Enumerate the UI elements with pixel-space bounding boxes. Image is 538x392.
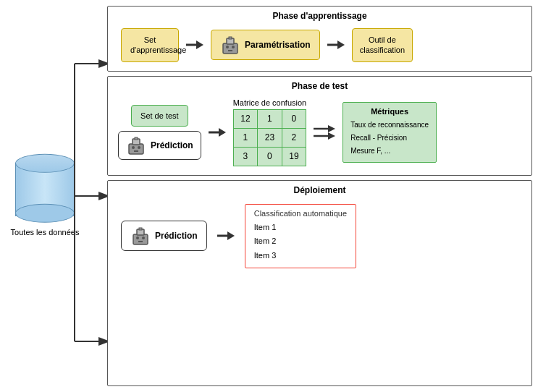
set-test-box: Set de test — [131, 105, 188, 127]
svg-rect-11 — [129, 144, 143, 154]
svg-point-24 — [142, 237, 145, 239]
database-icon — [15, 154, 75, 223]
robot-icon-test — [126, 135, 146, 155]
phase-apprentissage-box: Phase d'apprentissage Set d'apprentissag… — [107, 6, 532, 72]
metric-item: Taux de reconnaissance — [350, 119, 429, 132]
cylinder-bottom — [15, 204, 75, 223]
robot-icon-param — [220, 35, 240, 55]
confusion-matrix-title: Matrice de confusion — [233, 98, 307, 107]
confusion-cell: 19 — [282, 147, 306, 166]
deploy-item: Item 2 — [254, 234, 347, 249]
outil-classification-box: Outil de classification — [352, 28, 413, 62]
svg-point-23 — [136, 237, 139, 239]
svg-rect-5 — [223, 43, 238, 54]
parametrisation-box: Paramétrisation — [211, 30, 320, 60]
confusion-matrix-table: 121012323019 — [233, 109, 307, 166]
classification-items: Item 1Item 2Item 3 — [254, 221, 347, 263]
phase-apprentissage-title: Phase d'apprentissage — [114, 11, 526, 21]
confusion-cell: 2 — [282, 128, 306, 147]
parametrisation-label: Paramétrisation — [245, 40, 311, 50]
prediction-deploy-label: Prédiction — [155, 231, 198, 241]
confusion-cell: 1 — [258, 109, 282, 128]
svg-point-14 — [138, 146, 140, 149]
robot-icon-deploy — [130, 226, 151, 246]
metric-item: Recall - Précision — [350, 132, 429, 145]
confusion-cell: 1 — [233, 128, 258, 147]
double-arrow-metrics — [314, 118, 335, 147]
arrow-to-classification — [217, 232, 235, 239]
set-test-label: Set de test — [140, 111, 179, 120]
svg-rect-9 — [228, 50, 232, 51]
test-left-col: Set de test Prédiction — [118, 105, 201, 160]
main-layout: Toutes les données Phase d'apprentissage — [0, 0, 538, 392]
svg-point-8 — [232, 46, 235, 48]
metric-item: Mesure F, ... — [350, 145, 429, 158]
deploiement-content: Prédiction Classification automatique It… — [114, 200, 526, 273]
phase-test-title: Phase de test — [114, 81, 526, 91]
phase-deploiement-box: Déploiement Prédiction — [107, 180, 532, 386]
set-apprentissage-label2: d'apprentissage — [130, 45, 169, 55]
confusion-cell: 0 — [282, 109, 306, 128]
prediction-test-label: Prédiction — [151, 140, 193, 150]
set-apprentissage-label1: Set — [130, 35, 169, 45]
svg-rect-26 — [139, 228, 142, 230]
metrics-title: Métriques — [350, 107, 429, 116]
phase-test-box: Phase de test Set de test — [107, 76, 532, 176]
confusion-cell: 12 — [233, 109, 258, 128]
classification-auto-box: Classification automatique Item 1Item 2I… — [245, 204, 356, 268]
svg-rect-16 — [135, 137, 138, 140]
phases-column: Phase d'apprentissage Set d'apprentissag… — [107, 6, 532, 386]
prediction-box-test: Prédiction — [118, 131, 201, 160]
svg-point-13 — [132, 146, 135, 149]
deploy-item: Item 1 — [254, 221, 347, 235]
confusion-cell: 3 — [233, 147, 258, 166]
svg-marker-18 — [328, 125, 335, 132]
deploy-item: Item 3 — [254, 249, 347, 263]
database-label: Toutes les données — [11, 227, 80, 238]
confusion-matrix-section: Matrice de confusion 121012323019 — [233, 98, 307, 166]
arrow-to-parametrisation — [186, 41, 203, 48]
svg-point-7 — [226, 46, 229, 48]
svg-rect-25 — [138, 241, 143, 242]
svg-rect-21 — [133, 234, 148, 244]
svg-marker-20 — [328, 132, 335, 140]
cylinder-top — [15, 154, 75, 173]
svg-rect-15 — [134, 150, 138, 152]
phase-deploiement-title: Déploiement — [114, 185, 526, 195]
arrow-to-outil — [327, 41, 345, 48]
database-section: Toutes les données — [9, 154, 81, 238]
metrics-list: Taux de reconnaissanceRecall - Précision… — [350, 119, 429, 158]
confusion-cell: 23 — [258, 128, 282, 147]
arrow-to-confusion — [209, 129, 226, 136]
set-apprentissage-box: Set d'apprentissage — [121, 28, 179, 62]
metrics-box: Métriques Taux de reconnaissanceRecall -… — [342, 102, 437, 163]
double-arrow-icon — [314, 118, 335, 147]
outil-label2: classification — [360, 45, 405, 55]
outil-label1: Outil de — [360, 35, 405, 45]
svg-rect-10 — [229, 37, 232, 39]
classification-auto-title: Classification automatique — [254, 209, 347, 218]
prediction-box-deploy: Prédiction — [121, 221, 207, 251]
confusion-cell: 0 — [258, 147, 282, 166]
